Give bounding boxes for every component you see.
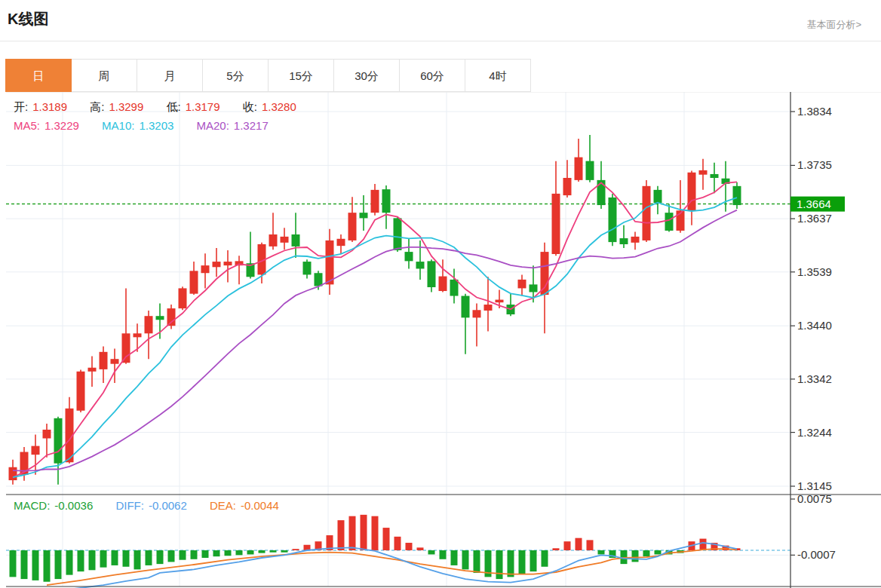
high-value: 1.3299 xyxy=(109,100,143,113)
ma10-value: 1.3203 xyxy=(139,119,173,132)
kline-chart[interactable]: 1.38341.37351.36371.35391.34401.33421.32… xyxy=(6,92,881,588)
diff-value: -0.0062 xyxy=(149,499,187,512)
svg-text:0.0075: 0.0075 xyxy=(797,492,832,505)
ma5-value: 1.3229 xyxy=(45,119,79,132)
svg-text:1.3664: 1.3664 xyxy=(797,198,831,210)
page-title: K线图 xyxy=(8,9,48,29)
open-label: 开: xyxy=(14,100,28,113)
header-divider xyxy=(0,41,881,41)
svg-text:1.3244: 1.3244 xyxy=(797,426,832,439)
timeframe-tabbar: 日 周 月 5分 15分 30分 60分 4时 xyxy=(6,59,531,92)
kline-chart-canvas[interactable]: 1.38341.37351.36371.35391.34401.33421.32… xyxy=(6,92,881,588)
ma20-value: 1.3217 xyxy=(234,119,269,132)
kline-page: { "header": { "title": "K线图", "link": "基… xyxy=(0,0,881,588)
tab-day[interactable]: 日 xyxy=(5,59,72,92)
dea-value: -0.0044 xyxy=(241,499,279,512)
svg-text:1.3145: 1.3145 xyxy=(797,479,832,492)
close-value: 1.3280 xyxy=(262,100,296,113)
low-value: 1.3179 xyxy=(186,100,220,113)
svg-text:1.3539: 1.3539 xyxy=(797,265,832,278)
ma20-label: MA20: xyxy=(197,119,229,132)
close-label: 收: xyxy=(243,100,257,113)
svg-text:1.3440: 1.3440 xyxy=(797,319,832,332)
tab-month[interactable]: 月 xyxy=(137,59,203,92)
dea-label: DEA: xyxy=(210,499,236,512)
tab-5min[interactable]: 5分 xyxy=(202,59,269,92)
ma5-label: MA5: xyxy=(14,119,40,132)
fundamental-analysis-link[interactable]: 基本面分析> xyxy=(806,18,861,32)
svg-text:1.3735: 1.3735 xyxy=(797,158,832,171)
open-value: 1.3189 xyxy=(32,100,67,113)
macd-legend: MACD:-0.0036 DIFF:-0.0062 DEA:-0.0044 xyxy=(14,499,284,512)
tab-60min[interactable]: 60分 xyxy=(399,59,465,92)
ohlc-legend: 开:1.3189 高:1.3299 低:1.3179 收:1.3280 xyxy=(14,100,301,115)
ma-legend: MA5:1.3229 MA10:1.3203 MA20:1.3217 xyxy=(14,119,273,132)
tab-week[interactable]: 周 xyxy=(71,59,137,92)
macd-value: -0.0036 xyxy=(54,499,93,512)
tab-4hour[interactable]: 4时 xyxy=(465,59,531,92)
tab-15min[interactable]: 15分 xyxy=(268,59,334,92)
high-label: 高: xyxy=(90,100,104,113)
ma10-label: MA10: xyxy=(102,119,134,132)
low-label: 低: xyxy=(166,100,180,113)
diff-label: DIFF: xyxy=(115,499,144,512)
macd-label: MACD: xyxy=(14,499,50,512)
svg-text:1.3342: 1.3342 xyxy=(797,372,832,385)
svg-text:1.3637: 1.3637 xyxy=(797,212,832,225)
svg-text:-0.0007: -0.0007 xyxy=(797,548,836,561)
svg-text:1.3834: 1.3834 xyxy=(797,105,832,118)
tab-30min[interactable]: 30分 xyxy=(333,59,400,92)
